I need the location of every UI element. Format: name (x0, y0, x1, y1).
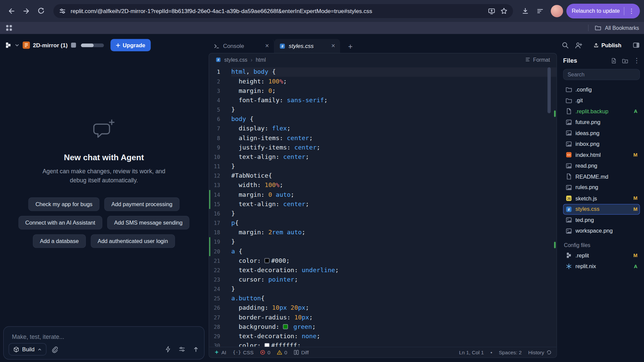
error-count[interactable]: 0 (260, 350, 271, 355)
file-sketch-js[interactable]: JSsketch.jsM (563, 193, 640, 204)
diff-toggle[interactable]: Diff (294, 350, 309, 355)
editor-scrollbar[interactable] (547, 67, 551, 113)
code-line[interactable]: a.button{ (231, 294, 556, 303)
forward-icon[interactable] (20, 5, 33, 17)
file-replit-nix[interactable]: replit.nixA (563, 261, 640, 272)
new-folder-icon[interactable] (622, 57, 629, 64)
stop-icon[interactable] (71, 43, 76, 48)
file-ideas-png[interactable]: ideas.png (563, 128, 640, 138)
code-line[interactable]: display: flex; (231, 124, 556, 133)
code-line[interactable]: } (231, 162, 556, 171)
code-line[interactable]: a { (231, 247, 556, 256)
code-line[interactable]: html, body { (231, 67, 556, 77)
file-ted-png[interactable]: ted.png (563, 215, 640, 225)
profile-avatar[interactable] (551, 5, 563, 17)
new-file-icon[interactable] (610, 57, 617, 64)
build-button[interactable]: Build (9, 343, 47, 356)
code-line[interactable]: border-radius: 10px; (231, 313, 556, 322)
apps-grid-icon[interactable] (5, 24, 13, 32)
repl-switcher[interactable]: 2D-mirror (1) (22, 42, 67, 49)
address-bar[interactable]: replit.com/@alfkeih/2D-mirror-1?replId=8… (53, 4, 513, 18)
close-tab-icon[interactable]: × (265, 43, 269, 49)
layout-toggle-icon[interactable] (633, 42, 640, 49)
code-line[interactable]: text-decoration: underline; (231, 265, 556, 275)
code-line[interactable]: } (231, 105, 556, 114)
file-rules-png[interactable]: rules.png (563, 182, 640, 193)
file-styles-css[interactable]: #styles.cssM (563, 204, 640, 215)
code-line[interactable]: height: 100%; (231, 77, 556, 86)
reload-icon[interactable] (35, 5, 47, 17)
suggestion-add-payment-processing[interactable]: Add payment processing (104, 197, 179, 210)
suggestion-check-my-app-for-bugs[interactable]: Check my app for bugs (29, 197, 100, 210)
tab-console[interactable]: Console× (209, 39, 274, 53)
cursor-position[interactable]: Ln 1, Col 1 (459, 350, 484, 355)
files-menu-icon[interactable]: ⋮ (633, 57, 640, 64)
url-text[interactable]: replit.com/@alfkeih/2D-mirror-1?replId=8… (71, 8, 483, 14)
upgrade-button[interactable]: Upgrade (110, 39, 151, 51)
send-icon[interactable] (193, 346, 199, 353)
reading-list-icon[interactable] (534, 5, 546, 17)
replit-logo[interactable] (5, 42, 12, 49)
code-line[interactable]: padding: 10px 20px; (231, 303, 556, 313)
back-icon[interactable] (5, 5, 18, 17)
suggestion-connect-with-an-ai-assistant[interactable]: Connect with an AI Assistant (18, 216, 102, 229)
ai-status[interactable]: AI (214, 350, 226, 355)
breadcrumb-file[interactable]: styles.css (224, 56, 248, 62)
invite-icon[interactable] (575, 41, 582, 49)
tab-styles-css[interactable]: #styles.css× (274, 39, 340, 53)
warning-count[interactable]: 0 (277, 350, 287, 355)
code-line[interactable]: cursor: pointer; (231, 275, 556, 284)
code-line[interactable]: background: green; (231, 322, 556, 331)
relaunch-to-update-button[interactable]: Relaunch to update ⋮ (566, 3, 640, 18)
publish-button[interactable]: Publish (588, 39, 627, 51)
history-button[interactable]: History (528, 350, 552, 355)
suggestion-add-a-database[interactable]: Add a database (33, 234, 86, 248)
browser-menu-icon[interactable]: ⋮ (628, 8, 634, 14)
code-line[interactable]: justify-items: center; (231, 143, 556, 152)
code-line[interactable]: width: 100%; (231, 181, 556, 190)
downloads-icon[interactable] (519, 5, 532, 17)
agent-input[interactable] (7, 330, 201, 344)
suggestion-add-sms-message-sending[interactable]: Add SMS message sending (107, 216, 190, 229)
file-replit[interactable]: .replitM (563, 250, 640, 261)
code-line[interactable]: color: #000; (231, 256, 556, 265)
file-readme-md[interactable]: README.md (563, 171, 640, 182)
code-line[interactable]: body { (231, 115, 556, 124)
code-line[interactable]: text-decoration: none; (231, 331, 556, 341)
file-search-input[interactable] (563, 69, 640, 80)
code-line[interactable]: } (231, 237, 556, 247)
bookmark-star-icon[interactable] (500, 7, 508, 15)
code-line[interactable]: } (231, 209, 556, 218)
new-tab-icon[interactable]: + (344, 41, 357, 53)
code-line[interactable]: p{ (231, 218, 556, 228)
attach-icon[interactable] (51, 346, 58, 353)
file-inbox-png[interactable]: inbox.png (563, 138, 640, 149)
file-git[interactable]: .git (563, 95, 640, 106)
code-line[interactable]: font-family: sans-serif; (231, 96, 556, 105)
file-index-html[interactable]: <>index.htmlM (563, 149, 640, 160)
file-read-png[interactable]: read.png (563, 160, 640, 171)
code-line[interactable]: margin: 0; (231, 86, 556, 96)
file-workspace-png[interactable]: workspace.png (563, 226, 640, 236)
chevron-down-icon[interactable] (15, 43, 19, 47)
code-line[interactable]: } (231, 285, 556, 294)
file-future-png[interactable]: future.png (563, 117, 640, 127)
install-app-icon[interactable] (487, 7, 495, 15)
code-line[interactable]: #TabNotice{ (231, 171, 556, 181)
code-line[interactable]: align-items: center; (231, 133, 556, 143)
code-line[interactable]: margin: 0 auto; (231, 190, 556, 199)
close-tab-icon[interactable]: × (331, 43, 335, 49)
suggestion-add-authenticated-user-login[interactable]: Add authenticated user login (91, 234, 175, 248)
search-icon[interactable] (561, 42, 569, 49)
file-config[interactable]: .config (563, 84, 640, 95)
indentation-setting[interactable]: Spaces: 2 (499, 350, 522, 355)
code-line[interactable]: text-align: center; (231, 152, 556, 162)
file-replit-backup[interactable]: .replit.backupA (563, 106, 640, 117)
settings-sliders-icon[interactable] (179, 346, 185, 353)
format-button[interactable]: Format (525, 56, 550, 62)
quick-actions-icon[interactable] (165, 346, 171, 353)
breadcrumb-node[interactable]: html (256, 56, 266, 62)
site-controls-icon[interactable] (58, 7, 66, 15)
all-bookmarks[interactable]: All Bookmarks (588, 24, 639, 32)
code-editor[interactable]: 1234567891011121314151617181920212223242… (209, 66, 556, 347)
